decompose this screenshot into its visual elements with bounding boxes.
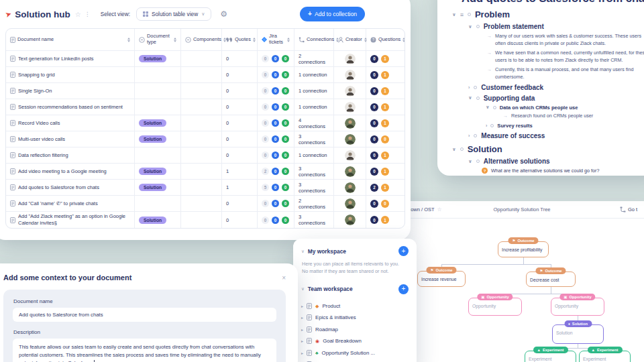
column-header-quotes[interactable]: Quotes bbox=[222, 29, 258, 51]
connections-cell[interactable]: 2 connections bbox=[294, 196, 334, 212]
document-name-cell[interactable]: Single Sign-On bbox=[6, 83, 135, 99]
chevron-down-icon[interactable]: ∨ bbox=[468, 159, 472, 164]
column-header-creator[interactable]: Creator bbox=[334, 29, 366, 51]
document-name-cell[interactable]: Data reflection filtering bbox=[6, 147, 135, 164]
chevron-down-icon[interactable]: ∨ bbox=[468, 95, 472, 101]
document-name-cell[interactable]: Add video meeting to a Google meeting bbox=[6, 164, 135, 180]
connections-cell[interactable]: 2 connections bbox=[294, 51, 334, 67]
table-row[interactable]: Record Video callsSolution00004 connecti… bbox=[6, 115, 405, 131]
team-workspace-header[interactable]: ∨ Team workspace + bbox=[301, 284, 409, 294]
chevron-down-icon[interactable]: ∨ bbox=[452, 12, 456, 17]
outline-bullet[interactable]: →Research found on CRMs people user bbox=[444, 112, 644, 120]
document-name-cell[interactable]: Add "Call 'name' ✆" to private chats bbox=[6, 196, 135, 212]
close-icon[interactable]: × bbox=[282, 274, 286, 282]
outline-question[interactable]: ?What are the alternative solutions we c… bbox=[444, 168, 644, 174]
sort-icon[interactable] bbox=[174, 38, 176, 42]
outline-heading[interactable]: ∨Solution bbox=[444, 144, 644, 154]
table-row[interactable]: Add "Add Zlack meeting" as an option in … bbox=[6, 212, 405, 228]
document-name-cell[interactable]: Add quotes to Salesforce from chats bbox=[6, 180, 135, 196]
connections-cell[interactable]: 1 connection bbox=[294, 99, 334, 115]
chevron-down-icon[interactable]: ∨ bbox=[452, 147, 456, 152]
gear-icon[interactable]: ⚙ bbox=[220, 9, 227, 19]
connections-cell[interactable]: 1 connection bbox=[294, 83, 334, 99]
opportunity-node[interactable]: ▣OpportunityOpportunity bbox=[551, 298, 604, 316]
outline-bullet[interactable]: →Many of our users work with sales & cus… bbox=[444, 32, 644, 47]
document-name-cell[interactable]: Multi-user video calls bbox=[6, 131, 135, 147]
chevron-right-icon[interactable]: › bbox=[486, 123, 487, 128]
view-dropdown[interactable]: Solution table view ∨ bbox=[136, 7, 211, 21]
connections-cell[interactable]: 3 connections bbox=[294, 212, 334, 228]
table-row[interactable]: Data reflection filtering00001 connectio… bbox=[6, 147, 405, 164]
chevron-right-icon[interactable]: › bbox=[468, 85, 470, 90]
opportunity-node[interactable]: ▣OpportunityOpportunity bbox=[468, 298, 522, 316]
column-header-components[interactable]: Components bbox=[181, 29, 222, 51]
table-row[interactable]: Add "Call 'name' ✆" to private chats0000… bbox=[6, 196, 405, 212]
column-header-connections[interactable]: Connections bbox=[294, 29, 334, 51]
table-row[interactable]: Single Sign-On00001 connection01 bbox=[6, 83, 405, 99]
outline-heading[interactable]: ∨Problem statement bbox=[444, 23, 644, 30]
experiment-node[interactable]: ▲ExperimentExperiment bbox=[579, 351, 631, 362]
column-header-document-name[interactable]: Document name bbox=[6, 29, 135, 51]
table-row[interactable]: Text generation for LinkedIn postsSoluti… bbox=[6, 51, 405, 67]
table-row[interactable]: Snapping to grid00001 connection01 bbox=[6, 67, 405, 83]
solution-node[interactable]: ♦SolutionSolution bbox=[552, 324, 604, 344]
table-row[interactable]: Session recommendations based on sentime… bbox=[6, 99, 405, 115]
add-workspace-item-button[interactable]: + bbox=[398, 246, 409, 256]
my-workspace-header[interactable]: ∨ My workspace + bbox=[301, 246, 409, 256]
document-name-cell[interactable]: Add "Add Zlack meeting" as an option in … bbox=[6, 212, 135, 228]
sort-icon[interactable] bbox=[287, 38, 290, 42]
document-name-cell[interactable]: Text generation for LinkedIn posts bbox=[6, 51, 135, 67]
outline-heading[interactable]: ›Measure of success bbox=[444, 132, 644, 139]
connections-cell[interactable]: 3 connections bbox=[294, 164, 334, 180]
table-row[interactable]: Add quotes to Salesforce from chatsSolut… bbox=[6, 180, 405, 196]
connections-cell[interactable]: 1 connection bbox=[294, 67, 334, 83]
outline-heading[interactable]: ∨≡Problem⋮ bbox=[444, 9, 644, 19]
column-header-questions[interactable]: ?Questions bbox=[366, 29, 405, 51]
column-header-document-type[interactable]: Document type bbox=[135, 29, 181, 51]
add-to-collection-button[interactable]: + Add to collection bbox=[300, 7, 365, 21]
connections-cell[interactable]: 3 connections bbox=[294, 131, 334, 147]
outline-bullet[interactable]: →We have seen that a common need, curren… bbox=[444, 49, 644, 64]
star-icon[interactable]: ☆ bbox=[75, 11, 81, 18]
table-row[interactable]: Multi-user video callsSolution00003 conn… bbox=[6, 131, 405, 147]
chevron-right-icon[interactable]: ▸ bbox=[301, 351, 303, 355]
sidebar-item-product[interactable]: ▸◆Product bbox=[301, 300, 409, 312]
sidebar-item-roadmap[interactable]: ▸Roadmap bbox=[301, 324, 409, 336]
outline-heading[interactable]: ∨Data on which CRMs people use bbox=[444, 105, 644, 111]
ost-go-link[interactable]: Go t bbox=[620, 206, 637, 213]
connections-cell[interactable]: 4 connections bbox=[294, 115, 334, 131]
sidebar-item-goal-breakdown[interactable]: ▸◉Goal Breakdown bbox=[301, 335, 409, 347]
sidebar-item-opportunity-solution-[interactable]: ▸♣Opportunity Solution ... bbox=[301, 347, 409, 359]
drag-handle-icon[interactable]: ≡ bbox=[460, 11, 464, 18]
sort-icon[interactable] bbox=[127, 38, 130, 42]
document-name-cell[interactable]: Snapping to grid bbox=[6, 67, 135, 83]
outline-heading[interactable]: ∨Supporting data bbox=[444, 95, 644, 102]
outline-bullet[interactable]: →Currently, this is a manual process, an… bbox=[444, 66, 644, 80]
experiment-node[interactable]: ▲ExperimentExperiment bbox=[525, 351, 576, 362]
outcome-node[interactable]: ⚑OutcomeIncrease revenue bbox=[417, 271, 466, 287]
column-header-jira-tickets[interactable]: Jira tickets bbox=[258, 29, 294, 51]
outcome-node[interactable]: ⚑OutcomeDecrease cost bbox=[526, 272, 576, 287]
sidebar-item-epics-initiatives[interactable]: ▸Epics & initiatives bbox=[301, 312, 409, 324]
chevron-down-icon[interactable]: ∨ bbox=[468, 24, 472, 29]
add-team-item-button[interactable]: + bbox=[398, 284, 409, 294]
description-textarea[interactable]: This feature allows our sales team to ea… bbox=[13, 339, 276, 362]
chevron-right-icon[interactable]: ▸ bbox=[301, 339, 303, 343]
outline-heading[interactable]: ›Customer feedback bbox=[444, 84, 644, 91]
chevron-right-icon[interactable]: › bbox=[468, 133, 470, 138]
outline-heading[interactable]: ›Survey results bbox=[444, 123, 644, 129]
chevron-down-icon[interactable]: ∨ bbox=[486, 105, 490, 110]
sort-icon[interactable] bbox=[402, 38, 405, 42]
outcome-node[interactable]: ⚑OutcomeIncrease profitability bbox=[498, 241, 549, 257]
kebab-menu-icon[interactable]: ⋮ bbox=[85, 11, 91, 17]
chevron-right-icon[interactable]: ▸ bbox=[301, 304, 303, 308]
document-name-input[interactable]: Add quotes to Salesforce from chats bbox=[13, 308, 276, 322]
sidebar-item-solution-hub[interactable]: ▸➤Solution hub bbox=[301, 359, 409, 362]
connections-cell[interactable]: 3 connections bbox=[294, 180, 334, 196]
sort-icon[interactable] bbox=[253, 38, 256, 42]
chevron-right-icon[interactable]: ▸ bbox=[301, 327, 303, 332]
chevron-right-icon[interactable]: ▸ bbox=[301, 315, 303, 320]
table-row[interactable]: Add video meeting to a Google meetingSol… bbox=[6, 164, 405, 180]
connections-cell[interactable]: 1 connection bbox=[294, 147, 334, 164]
outline-heading[interactable]: ∨Alternative solutions bbox=[444, 158, 644, 165]
